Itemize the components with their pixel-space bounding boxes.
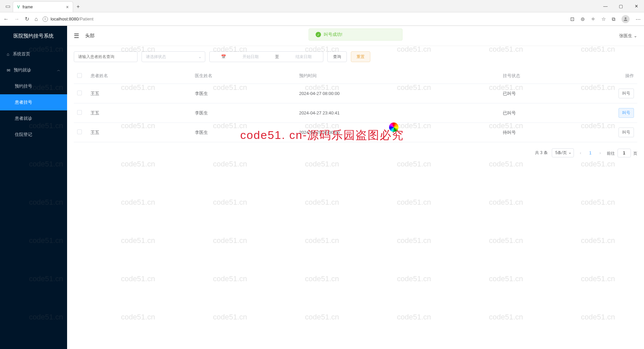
search-button[interactable]: 查询 <box>327 51 347 62</box>
chevron-up-icon: ︿ <box>57 68 60 72</box>
success-toast: ✓ 叫号成功! <box>309 29 402 41</box>
forward-icon[interactable]: → <box>14 16 19 22</box>
cell-patient: 王五 <box>87 84 192 103</box>
tab-title: frame <box>22 5 33 9</box>
browser-chrome: — ▢ ✕ ▭ V frame × + ← → ↻ ⌂ i localhost:… <box>0 0 644 26</box>
prev-page-icon[interactable]: ‹ <box>578 151 583 155</box>
cell-status: 已叫号 <box>499 84 604 103</box>
window-controls: — ▢ ✕ <box>598 0 644 12</box>
cell-status: 待叫号 <box>499 123 604 142</box>
user-dropdown[interactable]: 张医生 ⌄ <box>619 33 637 39</box>
collections-icon[interactable]: ⧉ <box>612 16 615 22</box>
sidebar-item-patient-register[interactable]: 患者挂号 <box>0 94 67 110</box>
cell-time: 2024-04-27 08:00:00 <box>296 84 500 103</box>
page-jump: 前往 页 <box>607 149 637 157</box>
sidebar-item-label: 住院登记 <box>15 132 32 138</box>
address-bar[interactable]: i localhost:8080/Patient <box>43 16 566 22</box>
close-window-icon[interactable]: ✕ <box>629 0 644 12</box>
table-row: 王五 李医生 2024-04-29 00:00:00 待叫号 叫号 <box>74 123 637 142</box>
col-action: 操作 <box>604 68 637 84</box>
home-icon[interactable]: ⌂ <box>35 16 38 22</box>
cell-doctor: 李医生 <box>192 84 296 103</box>
back-icon[interactable]: ← <box>3 16 9 22</box>
mail-icon: ✉ <box>7 68 10 73</box>
cell-status: 已叫号 <box>499 103 604 123</box>
pagination: 共 3 条 5条/页 ‹ 1 › 前往 页 <box>74 142 637 163</box>
vue-favicon-icon: V <box>17 5 20 9</box>
cell-time: 2024-04-29 00:00:00 <box>296 123 500 142</box>
filter-bar: 请选择状态 📅 开始日期 至 结束日期 查询 重置 <box>74 51 637 62</box>
svg-point-0 <box>625 17 626 19</box>
sidebar-item-patient-visit[interactable]: 患者就诊 <box>0 110 67 127</box>
col-status: 挂号状态 <box>499 68 604 84</box>
sidebar-item-label: 预约就诊 <box>14 67 31 73</box>
app-logo: 医院预约挂号系统 <box>0 26 67 46</box>
minimize-icon[interactable]: — <box>598 0 613 12</box>
call-button[interactable]: 叫号 <box>619 128 634 137</box>
sidebar-item-label: 患者挂号 <box>15 99 32 105</box>
chevron-down-icon: ⌄ <box>634 33 637 38</box>
sidebar-item-register[interactable]: 预约挂号 <box>0 78 67 94</box>
sidebar-item-inpatient[interactable]: 住院登记 <box>0 127 67 143</box>
home-nav-icon: ⌂ <box>7 52 9 57</box>
call-button[interactable]: 叫号 <box>619 108 634 118</box>
favorites-icon[interactable]: ☆ <box>601 16 606 22</box>
check-icon: ✓ <box>316 32 321 37</box>
reset-button[interactable]: 重置 <box>351 51 370 62</box>
status-select[interactable]: 请选择状态 <box>142 51 205 62</box>
extension-icon[interactable]: ✧ <box>591 16 595 22</box>
row-checkbox[interactable] <box>77 91 82 95</box>
table-row: 王五 李医生 2024-04-27 08:00:00 已叫号 叫号 <box>74 84 637 103</box>
col-time: 预约时间 <box>296 68 500 84</box>
sidebar-item-label: 系统首页 <box>13 51 30 57</box>
sidebar-item-home[interactable]: ⌂ 系统首页 <box>0 46 67 62</box>
cell-patient: 王五 <box>87 123 192 142</box>
reader-icon[interactable]: ⊡ <box>570 16 575 22</box>
close-tab-icon[interactable]: × <box>66 4 69 10</box>
tab-overview-icon[interactable]: ▭ <box>3 0 13 12</box>
select-all-checkbox[interactable] <box>77 73 82 78</box>
cell-doctor: 李医生 <box>192 103 296 123</box>
hamburger-icon[interactable]: ☰ <box>74 32 79 40</box>
sidebar-item-label: 预约挂号 <box>15 83 32 89</box>
feed-icon[interactable]: ⊜ <box>581 16 585 22</box>
cell-patient: 王五 <box>87 103 192 123</box>
date-range-picker[interactable]: 📅 开始日期 至 结束日期 <box>209 51 323 62</box>
row-checkbox[interactable] <box>77 130 82 134</box>
table-row: 王五 李医生 2024-04-27 23:40:41 已叫号 叫号 <box>74 103 637 123</box>
call-button[interactable]: 叫号 <box>619 89 634 98</box>
profile-avatar-icon[interactable] <box>622 15 630 23</box>
cell-time: 2024-04-27 23:40:41 <box>296 103 500 123</box>
current-page[interactable]: 1 <box>587 151 594 155</box>
page-size-select[interactable]: 5条/页 <box>552 148 574 157</box>
maximize-icon[interactable]: ▢ <box>613 0 629 12</box>
toast-message: 叫号成功! <box>324 32 342 38</box>
page-title: 头部 <box>85 33 95 39</box>
cell-doctor: 李医生 <box>192 123 296 142</box>
total-count: 共 3 条 <box>535 150 547 156</box>
sidebar-item-appointment[interactable]: ✉ 预约就诊 ︿ <box>0 62 67 78</box>
row-checkbox[interactable] <box>77 110 82 115</box>
browser-tab[interactable]: V frame × <box>13 1 73 12</box>
col-patient: 患者姓名 <box>87 68 192 84</box>
col-doctor: 医生姓名 <box>192 68 296 84</box>
user-name: 张医生 <box>619 33 632 39</box>
sidebar-item-label: 患者就诊 <box>15 115 32 121</box>
page-jump-input[interactable] <box>618 149 631 157</box>
patient-name-input[interactable] <box>74 51 138 62</box>
sidebar: 医院预约挂号系统 ⌂ 系统首页 ✉ 预约就诊 ︿ 预约挂号 患者挂号 患者就诊 … <box>0 26 67 349</box>
more-icon[interactable]: ⋯ <box>636 16 641 22</box>
new-tab-button[interactable]: + <box>73 1 83 12</box>
site-info-icon[interactable]: i <box>43 16 48 22</box>
refresh-icon[interactable]: ↻ <box>25 16 29 22</box>
next-page-icon[interactable]: › <box>597 151 603 155</box>
calendar-icon: 📅 <box>221 54 226 59</box>
patient-table: 患者姓名 医生姓名 预约时间 挂号状态 操作 王五 李医生 2024-04-27… <box>74 68 637 142</box>
